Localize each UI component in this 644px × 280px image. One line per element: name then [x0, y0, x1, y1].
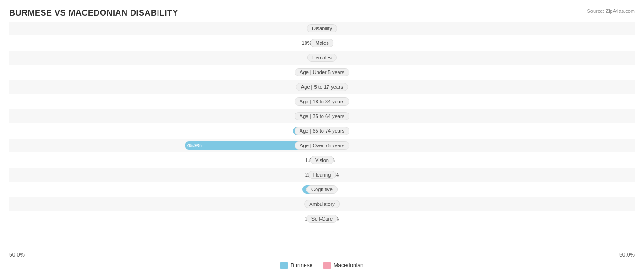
table-row: 6%Age | 18 to 34 years6.3% — [9, 95, 635, 108]
bar-center-label: Females — [307, 54, 337, 62]
axis-left: 50.0% — [9, 252, 25, 258]
legend-burmese-label: Burmese — [290, 262, 312, 269]
bar-center-label: Hearing — [308, 171, 336, 179]
bar-center-label: Disability — [307, 24, 337, 32]
chart-area: 10.4%Disability11.4%10%Males11%10.7%Fema… — [9, 22, 635, 250]
bar-center-label: Age | 18 to 34 years — [295, 97, 349, 106]
bar-center-label: Age | Under 5 years — [295, 68, 349, 76]
legend-burmese-box — [280, 262, 288, 269]
table-row: 1.1%Age | Under 5 years1.2% — [9, 65, 635, 79]
table-row: 10.7%Females11.8% — [9, 51, 635, 65]
bar-left: 45.9% — [22, 141, 322, 150]
bar-center-label: Age | Over 75 years — [295, 141, 349, 150]
table-row: 1.8%Vision2% — [9, 153, 635, 167]
bar-center-label: Ambulatory — [304, 200, 340, 208]
legend-burmese: Burmese — [280, 262, 312, 269]
table-row: 2.3%Self-Care2.4% — [9, 212, 635, 226]
legend-macedonian-box — [323, 262, 331, 269]
table-row: 10%Males11% — [9, 36, 635, 50]
legend: Burmese Macedonian — [9, 262, 635, 269]
bar-center-label: Males — [310, 39, 333, 47]
bar-center-label: Self-Care — [306, 215, 338, 223]
bar-center-label: Age | 35 to 64 years — [295, 112, 349, 120]
table-row: 45.9%Age | Over 75 years45.4% — [9, 139, 635, 152]
bar-center-label: Vision — [310, 156, 334, 164]
table-row: 5.3%Ambulatory6% — [9, 197, 635, 211]
table-row: 4.8%Age | 5 to 17 years5.2% — [9, 80, 635, 94]
bar-value-inside-left: 45.9% — [187, 143, 202, 148]
chart-container: BURMESE VS MACEDONIAN DISABILITY Source:… — [0, 0, 644, 280]
table-row: 20.6%Age | 65 to 74 years21.3% — [9, 124, 635, 138]
axis-right: 50.0% — [619, 252, 635, 258]
table-row: 2.8%Hearing3.1% — [9, 168, 635, 182]
source-label: Source: ZipAtlas.com — [587, 8, 635, 14]
bar-center-label: Age | 5 to 17 years — [296, 83, 348, 91]
bar-center-label: Age | 65 to 74 years — [295, 127, 349, 135]
legend-macedonian: Macedonian — [323, 262, 363, 269]
bar-left: 16.7% — [205, 185, 322, 194]
legend-macedonian-label: Macedonian — [333, 262, 363, 269]
axis-labels: 50.0% 50.0% — [9, 250, 635, 260]
table-row: 10.4%Disability11.4% — [9, 22, 635, 35]
chart-title: BURMESE VS MACEDONIAN DISABILITY — [9, 8, 635, 18]
table-row: 9.2%Age | 35 to 64 years10.4% — [9, 109, 635, 123]
table-row: 16.7%Cognitive16.5% — [9, 183, 635, 196]
bar-center-label: Cognitive — [306, 185, 338, 194]
